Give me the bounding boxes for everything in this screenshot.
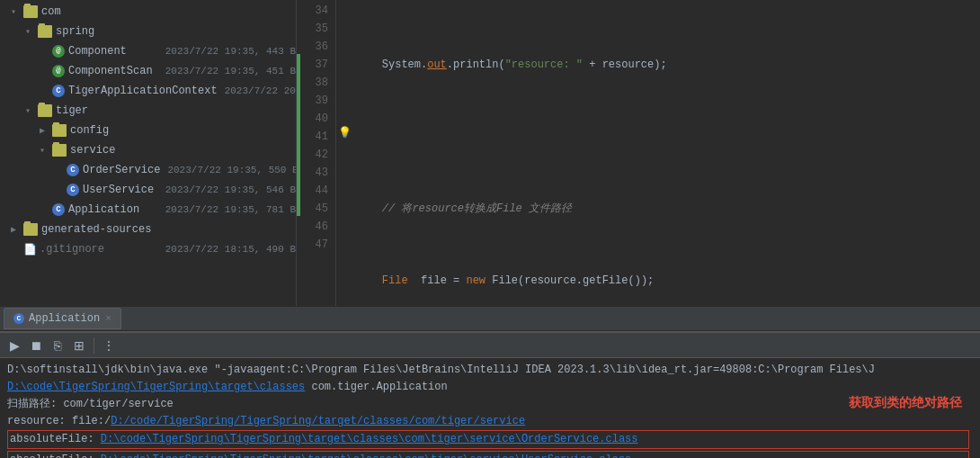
folder-icon <box>52 124 67 137</box>
java-icon: C <box>52 203 65 216</box>
arrow-icon: ▾ <box>25 26 38 37</box>
tab-application[interactable]: C Application × <box>4 308 121 329</box>
sidebar-item-component[interactable]: ▾ @ Component 2023/7/22 19:35, 443 B <box>0 41 296 61</box>
item-label: config <box>70 124 296 137</box>
item-meta: 2023/7/22 20:18, 2.53 kB <box>225 85 297 96</box>
console-line-3: 扫描路径: com/tiger/service <box>7 396 973 413</box>
code-area: 34 35 36 37 38 39 40 41 42 43 44 45 46 4… <box>297 0 980 306</box>
item-meta: 2023/7/22 18:15, 490 B <box>165 244 296 255</box>
console-line-4: resource: file:/D:/code/TigerSpring/Tige… <box>7 413 973 430</box>
item-label: Component <box>68 45 158 58</box>
sidebar-item-orderservice[interactable]: ▾ C OrderService 2023/7/22 19:35, 550 B <box>0 160 296 180</box>
more-button[interactable]: ⋮ <box>100 337 118 355</box>
item-meta: 2023/7/22 19:35, 781 B <box>165 204 296 215</box>
sidebar-item-userservice[interactable]: ▾ C UserService 2023/7/22 19:35, 546 B <box>0 180 296 200</box>
sidebar-item-tiger[interactable]: ▾ tiger <box>0 101 296 121</box>
console-toolbar: ▶ ⏹ ⎘ ⊞ ⋮ <box>0 333 980 358</box>
console-text: resource: file:/ <box>7 415 111 427</box>
console-text: com.tiger.Application <box>311 381 447 393</box>
sidebar-item-application[interactable]: ▾ C Application 2023/7/22 19:35, 781 B <box>0 200 296 220</box>
item-label: generated-sources <box>41 223 296 236</box>
console-text: D:\softinstall\jdk\bin\java.exe "-javaag… <box>7 364 875 376</box>
item-label: spring <box>56 25 296 38</box>
warning-icon: 💡 <box>338 126 352 139</box>
folder-icon <box>52 144 67 157</box>
sidebar-item-service[interactable]: ▾ service <box>0 140 296 160</box>
run-button[interactable]: ▶ <box>5 337 23 355</box>
sidebar-item-config[interactable]: ▶ config <box>0 121 296 140</box>
toolbar-separator <box>94 337 94 354</box>
item-meta: 2023/7/22 19:35, 451 B <box>165 66 296 76</box>
sidebar-item-generated-sources[interactable]: ▶ generated-sources <box>0 220 296 239</box>
console-line-2: D:\code\TigerSpring\TigerSpring\target\c… <box>7 379 973 396</box>
folder-icon <box>23 223 38 236</box>
console-line-6: absoluteFile: D:\code\TigerSpring\TigerS… <box>7 451 969 458</box>
java-icon: C <box>52 85 65 97</box>
sidebar-item-tigerapplicationcontext[interactable]: ▾ C TigerApplicationContext 2023/7/22 20… <box>0 81 296 101</box>
sidebar-item-componentscan[interactable]: ▾ @ ComponentScan 2023/7/22 19:35, 451 B <box>0 61 296 81</box>
console-line-1: D:\softinstall\jdk\bin\java.exe "-javaag… <box>7 362 973 379</box>
item-label: com <box>41 5 296 18</box>
sidebar-item-gitignore[interactable]: ▾ 📄 .gitignore 2023/7/22 18:15, 490 B <box>0 239 296 259</box>
item-label: Application <box>68 203 158 216</box>
java-icon: C <box>67 184 79 196</box>
tab-label: Application <box>29 312 100 325</box>
arrow-icon: ▶ <box>40 125 52 136</box>
console-text: absoluteFile: <box>10 454 101 458</box>
item-meta: 2023/7/22 19:35, 546 B <box>165 184 296 195</box>
file-icon: 📄 <box>23 243 36 256</box>
copy-button[interactable]: ⎘ <box>49 337 67 355</box>
item-label: UserService <box>83 184 158 196</box>
java-icon: @ <box>52 65 65 77</box>
line-numbers: 34 35 36 37 38 39 40 41 42 43 44 45 46 4… <box>300 0 336 306</box>
console-line-5: absoluteFile: D:\code\TigerSpring\TigerS… <box>7 430 969 449</box>
folder-icon <box>38 104 52 117</box>
code-line-36: // 将resource转换成File 文件路径 <box>356 200 980 218</box>
code-line-34: System.out.println("resource: " + resour… <box>356 56 980 74</box>
console-text: absoluteFile: <box>10 433 101 445</box>
console-text: 扫描路径: com/tiger/service <box>7 398 174 410</box>
app-container: ▾ com ▾ spring ▾ @ Component 2023/7/22 1… <box>0 0 980 458</box>
scroll-button[interactable]: ⊞ <box>70 337 88 355</box>
console-section: ▶ ⏹ ⎘ ⊞ ⋮ D:\softinstall\jdk\bin\java.ex… <box>0 331 980 458</box>
item-label: tiger <box>56 104 296 117</box>
console-output: D:\softinstall\jdk\bin\java.exe "-javaag… <box>0 358 980 458</box>
red-annotation: 获取到类的绝对路径 <box>849 394 962 411</box>
console-path-link-1[interactable]: D:\code\TigerSpring\TigerSpring\target\c… <box>7 381 305 393</box>
arrow-icon: ▾ <box>11 6 23 17</box>
sidebar-item-spring[interactable]: ▾ spring <box>0 22 296 41</box>
absolute-path-link-2[interactable]: D:\code\TigerSpring\TigerSpring\target\c… <box>101 454 632 458</box>
item-label: ComponentScan <box>68 65 158 77</box>
code-content[interactable]: System.out.println("resource: " + resour… <box>349 0 980 306</box>
code-line-37: File file = new File(resource.getFile())… <box>356 272 980 290</box>
item-label: .gitignore <box>40 243 158 256</box>
item-label: TigerApplicationContext <box>68 85 218 97</box>
arrow-icon: ▾ <box>40 145 52 156</box>
java-icon: @ <box>52 45 65 58</box>
folder-icon <box>23 5 38 18</box>
tab-java-icon: C <box>13 313 24 324</box>
top-section: ▾ com ▾ spring ▾ @ Component 2023/7/22 1… <box>0 0 980 306</box>
absolute-path-link-1[interactable]: D:\code\TigerSpring\TigerSpring\target\c… <box>101 433 638 445</box>
arrow-icon: ▶ <box>11 224 23 235</box>
code-editor: 34 35 36 37 38 39 40 41 42 43 44 45 46 4… <box>297 0 980 306</box>
item-meta: 2023/7/22 19:35, 550 B <box>167 165 297 175</box>
java-icon: C <box>67 164 79 176</box>
code-gutter: 💡 <box>336 0 349 306</box>
file-tree: ▾ com ▾ spring ▾ @ Component 2023/7/22 1… <box>0 0 297 306</box>
stop-button[interactable]: ⏹ <box>27 337 45 355</box>
item-label: service <box>70 144 296 157</box>
item-label: OrderService <box>83 164 160 176</box>
resource-path-link[interactable]: D:/code/TigerSpring/TigerSpring/target/c… <box>111 415 525 427</box>
tab-close-button[interactable]: × <box>105 313 111 324</box>
sidebar-item-com[interactable]: ▾ com <box>0 2 296 22</box>
code-line-35 <box>356 128 980 146</box>
tab-bar: C Application × <box>0 306 980 331</box>
arrow-icon: ▾ <box>25 105 38 116</box>
item-meta: 2023/7/22 19:35, 443 B <box>165 46 296 57</box>
folder-icon <box>38 25 52 38</box>
